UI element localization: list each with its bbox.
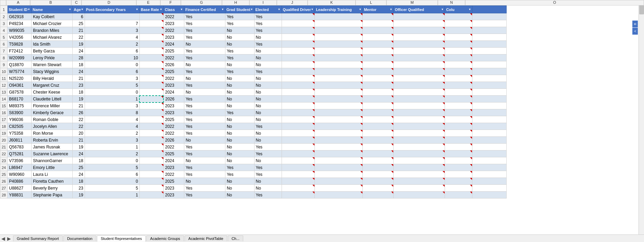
- class-cell[interactable]: 2024: [163, 89, 184, 96]
- row-num-cell[interactable]: 17: [0, 116, 8, 123]
- post-secondary-cell[interactable]: 6: [85, 48, 139, 55]
- colu-cell[interactable]: [445, 123, 472, 130]
- filter-arrow-qualified-driver[interactable]: ▼: [311, 8, 313, 11]
- mentor-cell[interactable]: [363, 102, 394, 109]
- filter-arrow-name[interactable]: ▼: [69, 8, 71, 11]
- qualified-driver-cell[interactable]: [282, 185, 315, 192]
- name-cell[interactable]: Beverly Berry: [32, 185, 73, 192]
- mentor-cell[interactable]: [363, 82, 394, 89]
- col-letter-K[interactable]: K: [308, 0, 356, 5]
- age-cell[interactable]: 22: [73, 123, 85, 130]
- col-letter-E[interactable]: E: [136, 0, 160, 5]
- officer-qualified-cell[interactable]: [394, 157, 445, 164]
- officer-qualified-cell[interactable]: [394, 171, 445, 178]
- grad-student-cell[interactable]: No: [225, 89, 254, 96]
- qualified-driver-cell[interactable]: [282, 192, 315, 198]
- header-class[interactable]: Class ▼: [163, 6, 184, 13]
- student-id-cell[interactable]: G87578: [8, 89, 32, 96]
- leadership-training-cell[interactable]: [315, 13, 363, 20]
- leadership-training-cell[interactable]: [315, 68, 363, 75]
- name-cell[interactable]: Michael Crozier: [32, 20, 73, 27]
- base-rate-cell[interactable]: [139, 34, 163, 41]
- row-num-cell[interactable]: 10: [0, 68, 8, 75]
- name-cell[interactable]: Stacy Wiggins: [32, 68, 73, 75]
- student-id-cell[interactable]: Y96036: [8, 116, 32, 123]
- qualified-driver-cell[interactable]: [282, 171, 315, 178]
- name-cell[interactable]: Warren Stewart: [32, 61, 73, 68]
- student-id-cell[interactable]: Y88831: [8, 192, 32, 198]
- leadership-training-cell[interactable]: [315, 96, 363, 102]
- finance-certified-cell[interactable]: No: [184, 178, 225, 185]
- name-cell[interactable]: Ida Smith: [32, 41, 73, 48]
- leadership-training-cell[interactable]: [315, 192, 363, 198]
- base-rate-cell[interactable]: [139, 41, 163, 48]
- base-rate-cell[interactable]: [139, 192, 163, 198]
- officer-qualified-cell[interactable]: [394, 123, 445, 130]
- student-id-cell[interactable]: J60811: [8, 137, 32, 144]
- age-cell[interactable]: 18: [73, 157, 85, 164]
- leadership-training-cell[interactable]: [315, 116, 363, 123]
- grad-student-cell[interactable]: No: [225, 61, 254, 68]
- row-num-cell[interactable]: 18: [0, 123, 8, 130]
- age-cell[interactable]: 21: [73, 137, 85, 144]
- colu-cell[interactable]: [445, 178, 472, 185]
- tab-scroll-right[interactable]: ▶: [7, 236, 11, 241]
- post-secondary-cell[interactable]: 3: [85, 102, 139, 109]
- post-secondary-cell[interactable]: 5: [85, 185, 139, 192]
- officer-qualified-cell[interactable]: [394, 68, 445, 75]
- student-id-cell[interactable]: P49234: [8, 20, 32, 27]
- col-letter-N[interactable]: N: [438, 0, 465, 5]
- grad-student-cell[interactable]: No: [225, 137, 254, 144]
- class-cell[interactable]: 2023: [163, 20, 184, 27]
- row-num-cell[interactable]: 24: [0, 164, 8, 171]
- age-cell[interactable]: 24: [73, 48, 85, 55]
- colu-cell[interactable]: [445, 137, 472, 144]
- filter-arrow-base-rate[interactable]: ▼: [160, 8, 162, 11]
- col-letter-L[interactable]: L: [356, 0, 386, 5]
- filter-arrow-colu[interactable]: ▼: [468, 8, 471, 11]
- extra-cell[interactable]: [472, 41, 507, 48]
- post-secondary-cell[interactable]: 2: [85, 41, 139, 48]
- post-secondary-cell[interactable]: 0: [85, 157, 139, 164]
- age-cell[interactable]: 6: [73, 13, 85, 20]
- mentor-cell[interactable]: [363, 157, 394, 164]
- elected-cell[interactable]: No: [254, 102, 282, 109]
- post-secondary-cell[interactable]: 10: [85, 55, 139, 61]
- class-cell[interactable]: 2023: [163, 102, 184, 109]
- row-num-cell[interactable]: 26: [0, 178, 8, 185]
- post-secondary-cell[interactable]: 1: [85, 192, 139, 198]
- col-letter-C[interactable]: C: [71, 0, 82, 5]
- tab-scroll-left[interactable]: ◀: [1, 236, 5, 241]
- post-secondary-cell[interactable]: 0: [85, 89, 139, 96]
- name-cell[interactable]: Brandon Miles: [32, 27, 73, 34]
- finance-certified-cell[interactable]: No: [184, 157, 225, 164]
- elected-cell[interactable]: No: [254, 137, 282, 144]
- qualified-driver-cell[interactable]: [282, 164, 315, 171]
- mentor-cell[interactable]: [363, 41, 394, 48]
- grad-student-cell[interactable]: Yes: [225, 20, 254, 27]
- finance-certified-cell[interactable]: Yes: [184, 82, 225, 89]
- class-cell[interactable]: 2022: [163, 55, 184, 61]
- elected-cell[interactable]: Yes: [254, 13, 282, 20]
- row-num-cell[interactable]: 8: [0, 55, 8, 61]
- class-cell[interactable]: 2022: [163, 75, 184, 82]
- name-cell[interactable]: Stephanie Papa: [32, 192, 73, 198]
- name-cell[interactable]: ShannonGarner: [32, 157, 73, 164]
- grad-student-cell[interactable]: No: [225, 123, 254, 130]
- base-rate-cell[interactable]: [139, 144, 163, 150]
- officer-qualified-cell[interactable]: [394, 55, 445, 61]
- post-secondary-cell[interactable]: 6: [85, 68, 139, 75]
- officer-qualified-cell[interactable]: [394, 178, 445, 185]
- leadership-training-cell[interactable]: [315, 185, 363, 192]
- colu-cell[interactable]: [445, 185, 472, 192]
- base-rate-cell[interactable]: [139, 27, 163, 34]
- leadership-training-cell[interactable]: [315, 171, 363, 178]
- grad-student-cell[interactable]: No: [225, 130, 254, 137]
- col-letter-J[interactable]: J: [277, 0, 308, 5]
- base-rate-cell[interactable]: [139, 61, 163, 68]
- class-cell[interactable]: 2024: [163, 157, 184, 164]
- finance-certified-cell[interactable]: Yes: [184, 123, 225, 130]
- tab-academic-groups[interactable]: Academic Groups: [146, 235, 184, 241]
- student-id-cell[interactable]: P40886: [8, 178, 32, 185]
- filter-arrow-class[interactable]: ▼: [180, 8, 183, 11]
